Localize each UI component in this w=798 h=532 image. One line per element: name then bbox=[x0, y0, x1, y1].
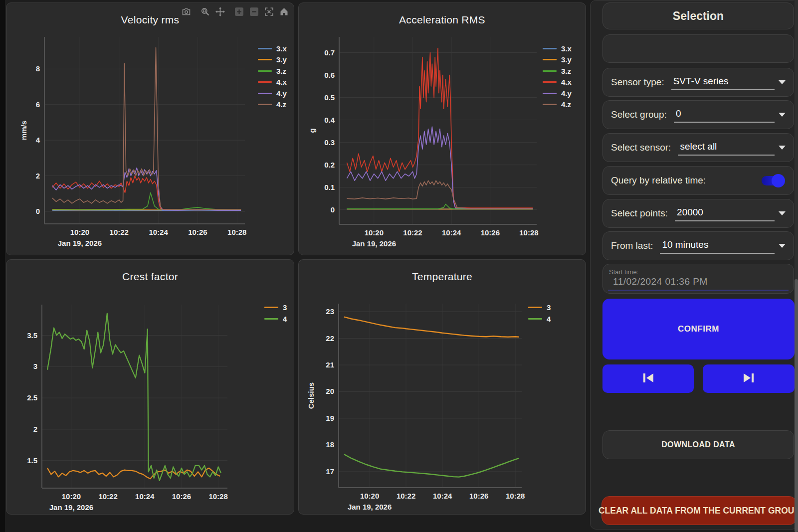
chart-legend: 34 bbox=[264, 302, 287, 325]
relative-time-label: Query by relative time: bbox=[611, 175, 706, 186]
x-tick-label: 10:20 bbox=[70, 228, 89, 236]
chevron-down-icon[interactable] bbox=[779, 146, 786, 150]
legend-item[interactable]: 4.z bbox=[258, 99, 287, 111]
x-tick-label: 10:20 bbox=[365, 228, 384, 237]
selection-panel: Selection Sensor type: SVT-V series Sele… bbox=[590, 0, 798, 530]
y-tick-label: 0.1 bbox=[324, 183, 335, 191]
legend-item[interactable]: 3 bbox=[264, 302, 287, 313]
temperature-plot-area[interactable]: 1718192021222310:2010:2210:2410:2610:28J… bbox=[299, 260, 587, 515]
legend-label: 3 bbox=[547, 303, 551, 312]
y-tick-label: 3.5 bbox=[27, 331, 37, 340]
select-sensor-row: Select sensor: select all bbox=[602, 133, 794, 162]
velocity-plot-area[interactable]: 0246810:2010:2210:2410:2610:28Jan 19, 20… bbox=[6, 3, 295, 256]
y-tick-label: 23 bbox=[326, 307, 334, 316]
scrollbar-track[interactable] bbox=[795, 0, 798, 532]
legend-label: 4.z bbox=[561, 100, 571, 109]
legend-label: 4 bbox=[283, 315, 287, 323]
skip-back-button[interactable] bbox=[602, 364, 694, 393]
legend-item[interactable]: 3.y bbox=[543, 54, 572, 66]
y-axis-title: mm/s bbox=[19, 121, 28, 140]
legend-item[interactable]: 4.y bbox=[258, 88, 287, 99]
sensor-type-label: Sensor type: bbox=[611, 77, 664, 88]
legend-item[interactable]: 3.x bbox=[258, 43, 287, 54]
legend-label: 4.x bbox=[561, 78, 572, 86]
legend-item[interactable]: 3.y bbox=[258, 54, 287, 66]
select-points-label: Select points: bbox=[611, 208, 668, 219]
crest-factor-plot-area[interactable]: 1.522.533.510:2010:2210:2410:2610:28Jan … bbox=[6, 260, 295, 515]
start-time-value: 11/02/2024 01:36 PM bbox=[613, 276, 794, 287]
legend-item[interactable]: 4 bbox=[264, 313, 287, 325]
legend-swatch bbox=[543, 104, 557, 105]
legend-item[interactable]: 4.z bbox=[543, 99, 572, 111]
legend-label: 3.z bbox=[561, 67, 571, 75]
select-points-dropdown[interactable]: 20000 bbox=[675, 206, 775, 221]
legend-item[interactable]: 3.z bbox=[543, 65, 572, 77]
y-tick-label: 0.6 bbox=[324, 71, 335, 79]
select-sensor-dropdown[interactable]: select all bbox=[678, 140, 775, 156]
clear-all-data-button[interactable]: CLEAR ALL DATA FROM THE CURRENT GROUP bbox=[601, 496, 797, 525]
skip-forward-icon bbox=[742, 372, 756, 385]
legend-label: 3.y bbox=[561, 55, 572, 64]
chevron-down-icon[interactable] bbox=[779, 211, 786, 215]
legend-item[interactable]: 4.x bbox=[258, 77, 287, 88]
legend-label: 4 bbox=[547, 315, 551, 323]
legend-item[interactable]: 3 bbox=[528, 302, 551, 313]
x-tick-label: 10:20 bbox=[62, 492, 81, 501]
legend-swatch bbox=[528, 318, 542, 320]
legend-item[interactable]: 3.x bbox=[543, 43, 572, 54]
y-tick-label: 8 bbox=[36, 64, 40, 73]
legend-item[interactable]: 4.x bbox=[543, 77, 572, 88]
x-tick-label: 10:26 bbox=[469, 492, 488, 500]
legend-item[interactable]: 4 bbox=[528, 313, 551, 325]
series-line-4 bbox=[47, 314, 221, 481]
legend-item[interactable]: 3.z bbox=[258, 65, 287, 77]
chevron-down-icon[interactable] bbox=[779, 113, 786, 117]
relative-time-row: Query by relative time: bbox=[602, 166, 794, 195]
selection-title: Selection bbox=[673, 9, 724, 23]
x-axis-date-label: Jan 19, 2026 bbox=[352, 239, 396, 248]
legend-label: 3.x bbox=[276, 44, 287, 53]
scrollbar-thumb[interactable] bbox=[795, 279, 798, 532]
y-tick-label: 0.4 bbox=[324, 116, 335, 124]
legend-swatch bbox=[258, 48, 272, 49]
x-tick-label: 10:28 bbox=[208, 492, 227, 501]
from-last-value: 10 minutes bbox=[662, 239, 708, 250]
x-tick-label: 10:22 bbox=[110, 228, 129, 236]
legend-item[interactable]: 4.y bbox=[543, 88, 572, 99]
y-tick-label: 4 bbox=[36, 136, 40, 144]
relative-time-toggle[interactable] bbox=[762, 176, 784, 185]
download-data-button[interactable]: DOWNLOAD DATA bbox=[602, 430, 794, 459]
y-tick-label: 6 bbox=[36, 100, 40, 109]
y-tick-label: 0 bbox=[36, 207, 40, 215]
select-points-value: 20000 bbox=[677, 207, 703, 217]
y-tick-label: 0.2 bbox=[324, 161, 335, 169]
x-tick-label: 10:24 bbox=[442, 228, 461, 237]
confirm-button[interactable]: CONFIRM bbox=[602, 299, 795, 359]
series-line-3.z bbox=[52, 193, 241, 210]
x-tick-label: 10:24 bbox=[135, 492, 155, 501]
left-edge-strip bbox=[0, 0, 5, 532]
legend-swatch bbox=[543, 48, 557, 49]
start-time-field[interactable]: Start time: 11/02/2024 01:36 PM bbox=[602, 264, 794, 294]
skip-forward-button[interactable] bbox=[703, 364, 795, 393]
acceleration-plot-area[interactable]: 00.10.20.30.40.50.60.710:2010:2210:2410:… bbox=[299, 3, 587, 256]
from-last-dropdown[interactable]: 10 minutes bbox=[660, 238, 775, 254]
y-tick-label: 2.5 bbox=[27, 393, 37, 402]
sensor-type-value: SVT-V series bbox=[673, 76, 729, 86]
select-group-value: 0 bbox=[676, 108, 681, 119]
legend-swatch bbox=[543, 93, 557, 94]
series-line-4.x bbox=[347, 48, 533, 208]
chevron-down-icon[interactable] bbox=[779, 80, 786, 84]
series-line-4 bbox=[344, 454, 519, 477]
sensor-type-dropdown[interactable]: SVT-V series bbox=[671, 75, 775, 90]
y-tick-label: 3 bbox=[33, 362, 37, 370]
y-tick-label: 22 bbox=[326, 334, 334, 343]
legend-swatch bbox=[258, 70, 272, 72]
series-line-4.x bbox=[52, 176, 241, 210]
from-last-label: From last: bbox=[611, 240, 653, 251]
x-tick-label: 10:22 bbox=[98, 492, 117, 501]
legend-swatch bbox=[264, 307, 278, 308]
x-tick-label: 10:20 bbox=[360, 492, 379, 500]
select-group-dropdown[interactable]: 0 bbox=[674, 107, 775, 123]
chevron-down-icon[interactable] bbox=[779, 244, 786, 248]
